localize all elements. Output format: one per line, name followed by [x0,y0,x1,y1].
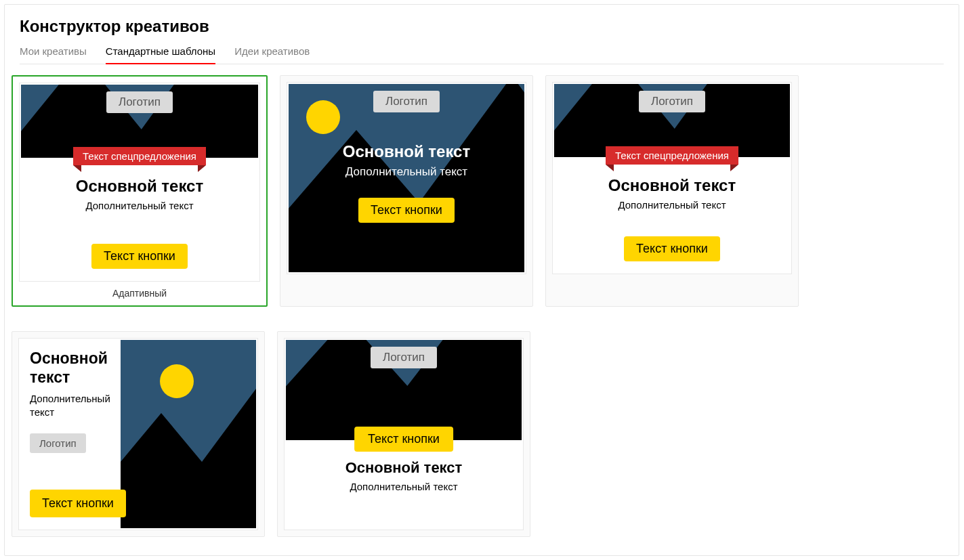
cta-wrap: Текст кнопки [554,236,790,261]
creative-preview-sidetext: Основной текст Дополнительный текст Лого… [20,340,256,528]
template-card[interactable]: Логотип Текст кнопки Основной текст Допо… [277,331,530,537]
tab-creative-ideas[interactable]: Идеи креативов [234,45,310,64]
template-card[interactable]: Основной текст Дополнительный текст Лого… [12,331,265,537]
main-text: Основной текст [21,177,258,196]
template-preview: Логотип Основной текст Дополнительный те… [287,83,526,274]
logo-placeholder: Логотип [30,433,86,453]
cta-button: Текст кнопки [358,198,455,223]
mountain-icon [148,352,256,528]
main-text: Основной текст [289,142,524,161]
text-area: Основной текст Дополнительный текст [286,459,522,492]
text-column: Основной текст Дополнительный текст Лого… [30,349,125,453]
sub-text: Дополнительный текст [21,200,258,211]
main-text: Основной текст [554,176,790,195]
sub-text: Дополнительный текст [554,199,790,211]
creative-preview-topimage: Логотип Текст кнопки Основной текст Допо… [286,340,522,528]
main-text: Основной текст [30,349,125,387]
template-caption: Адаптивный [112,288,167,299]
tabs-bar: Мои креативы Стандартные шаблоны Идеи кр… [20,45,944,64]
main-text: Основной текст [286,459,522,477]
page-title: Конструктор креативов [20,17,944,36]
logo-placeholder: Логотип [373,91,440,112]
template-card-adaptive[interactable]: Логотип Основной текст Дополнительный те… [12,75,268,307]
logo-placeholder: Логотип [639,91,705,112]
special-offer-ribbon: Текст спецпредложения [606,146,738,165]
cta-wrap: Текст кнопки [21,244,258,269]
image-pane [121,340,256,528]
template-card[interactable]: Логотип Основной текст Дополнительный те… [280,75,533,307]
template-preview: Логотип Текст кнопки Основной текст Допо… [285,339,523,530]
creative-preview-fullbg: Логотип Основной текст Дополнительный те… [289,84,524,272]
cta-button: Текст кнопки [91,244,188,269]
template-preview: Логотип Основной текст Дополнительный те… [20,83,259,281]
logo-placeholder: Логотип [106,91,173,113]
cta-button: Текст кнопки [354,427,453,452]
template-preview: Логотип Основной текст Дополнительный те… [553,83,791,274]
creative-preview-ribbon: Логотип Основной текст Дополнительный те… [554,84,790,272]
creative-preview-adaptive: Логотип Основной текст Дополнительный те… [21,85,258,280]
special-offer-ribbon: Текст спецпредложения [73,147,206,165]
header: Конструктор креативов Мои креативы Станд… [5,5,959,64]
template-preview: Основной текст Дополнительный текст Лого… [19,339,257,530]
tab-my-creatives[interactable]: Мои креативы [20,45,87,64]
template-card[interactable]: Логотип Основной текст Дополнительный те… [545,75,799,307]
creative-constructor-panel: Конструктор креативов Мои креативы Станд… [4,4,959,556]
logo-placeholder: Логотип [371,347,437,368]
image-pane: Логотип [286,340,522,440]
cta-button: Текст кнопки [30,490,126,517]
cta-wrap: Текст кнопки [289,198,524,223]
sub-text: Дополнительный текст [30,392,125,418]
sun-icon [306,100,340,134]
text-area: Основной текст Дополнительный текст Текс… [21,158,258,280]
templates-grid: Логотип Основной текст Дополнительный те… [5,64,959,548]
sub-text: Дополнительный текст [286,481,522,492]
sub-text: Дополнительный текст [289,165,524,179]
cta-button: Текст кнопки [624,236,720,261]
text-area: Основной текст Дополнительный текст Текс… [554,157,790,272]
tab-standard-templates[interactable]: Стандартные шаблоны [106,45,215,64]
